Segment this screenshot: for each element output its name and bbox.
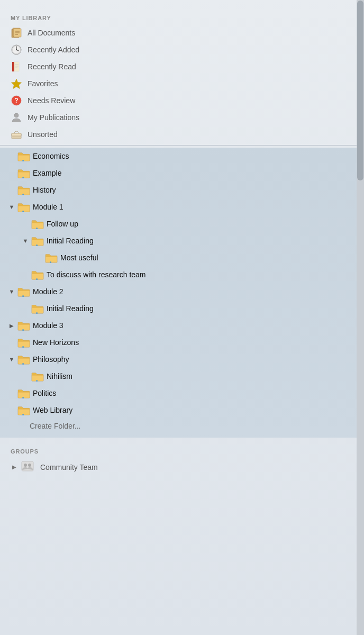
philosophy-label: Philosophy — [33, 355, 69, 364]
web-library-label: Web Library — [33, 406, 72, 414]
economics-label: Economics — [33, 152, 69, 160]
folder-item-module3[interactable]: ▶ Module 3 — [0, 317, 357, 334]
module1-label: Module 1 — [33, 203, 63, 211]
folder-section: ▶ Economics ▶ — [0, 148, 357, 438]
to-discuss-label: To discuss with research team — [47, 270, 146, 279]
unsorted-label: Unsorted — [28, 130, 58, 139]
folder-toggle-initial-reading-1[interactable]: ▼ — [21, 237, 30, 245]
folder-icon-module1 — [17, 201, 31, 213]
sidebar: MY LIBRARY All Documents — [0, 0, 364, 635]
svg-rect-31 — [36, 278, 38, 280]
folder-item-philosophy[interactable]: ▼ Philosophy — [0, 351, 357, 368]
create-folder-label: Create Folder... — [30, 422, 81, 430]
folder-item-most-useful[interactable]: ▶ Most useful — [0, 249, 357, 266]
scrollbar[interactable] — [357, 0, 364, 635]
svg-rect-33 — [36, 312, 38, 314]
folder-icon-politics — [17, 387, 31, 399]
folder-item-economics[interactable]: ▶ Economics — [0, 148, 357, 165]
docs-icon — [11, 27, 22, 39]
svg-point-42 — [28, 464, 31, 467]
followup-label: Follow up — [47, 220, 78, 228]
clock-icon — [11, 44, 22, 56]
svg-rect-26 — [22, 194, 24, 195]
folder-icon-most-useful — [44, 252, 58, 264]
folder-icon-economics — [17, 150, 31, 162]
folder-item-initial-reading-2[interactable]: ▶ Initial Reading — [0, 300, 357, 317]
folder-item-new-horizons[interactable]: ▶ New Horizons — [0, 334, 357, 351]
all-documents-label: All Documents — [28, 29, 75, 37]
module3-label: Module 3 — [33, 321, 63, 330]
folder-item-history[interactable]: ▶ History — [0, 182, 357, 198]
svg-text:?: ? — [14, 97, 18, 104]
create-folder-button[interactable]: Create Folder... — [0, 419, 357, 433]
folder-item-nihilism[interactable]: ▶ Nihilism — [0, 368, 357, 385]
folder-item-module1[interactable]: ▼ Module 1 — [0, 198, 357, 215]
community-team-label: Community Team — [40, 463, 98, 471]
folder-toggle-module3[interactable]: ▶ — [7, 321, 16, 330]
library-divider — [0, 145, 357, 146]
sidebar-content: MY LIBRARY All Documents — [0, 0, 357, 476]
folder-item-followup[interactable]: ▶ Follow up — [0, 215, 357, 232]
folder-toggle-module1[interactable]: ▼ — [7, 203, 16, 211]
new-horizons-label: New Horizons — [33, 338, 79, 347]
folder-toggle-module2[interactable]: ▼ — [7, 287, 16, 296]
star-icon — [11, 78, 22, 89]
politics-label: Politics — [33, 389, 56, 397]
folder-toggle-philosophy[interactable]: ▼ — [7, 355, 16, 364]
inbox-icon — [11, 129, 22, 140]
svg-marker-18 — [12, 79, 22, 89]
my-publications-label: My Publications — [28, 113, 79, 122]
folder-icon-example — [17, 167, 31, 179]
svg-point-41 — [24, 464, 27, 467]
nihilism-label: Nihilism — [47, 372, 72, 380]
folder-icon-initial-reading-2 — [31, 303, 44, 314]
svg-rect-32 — [22, 295, 24, 297]
sidebar-item-all-documents[interactable]: All Documents — [0, 24, 357, 41]
group-icon-community-team — [21, 460, 34, 474]
needs-review-label: Needs Review — [28, 96, 75, 105]
groups-section: GROUPS ▶ Community Team — [0, 438, 357, 476]
group-toggle-community-team[interactable]: ▶ — [11, 464, 18, 471]
folder-icon-module2 — [17, 286, 31, 297]
svg-rect-28 — [36, 228, 38, 229]
folder-icon-history — [17, 184, 31, 196]
recently-read-icon — [11, 61, 22, 72]
svg-point-10 — [16, 49, 17, 50]
sidebar-item-favorites[interactable]: Favorites — [0, 75, 357, 92]
needs-review-icon: ? — [11, 95, 22, 106]
folder-item-initial-reading-1[interactable]: ▼ Initial Reading — [0, 232, 357, 249]
folder-item-web-library[interactable]: ▶ Web Library — [0, 402, 357, 419]
sidebar-item-unsorted[interactable]: Unsorted — [0, 126, 357, 143]
recently-added-label: Recently Added — [28, 46, 79, 54]
svg-rect-39 — [22, 414, 24, 415]
svg-rect-27 — [22, 211, 24, 212]
svg-rect-14 — [14, 62, 19, 71]
svg-point-21 — [14, 113, 19, 117]
groups-header: GROUPS — [0, 443, 357, 458]
svg-rect-23 — [12, 133, 21, 136]
sidebar-item-needs-review[interactable]: ? Needs Review — [0, 92, 357, 109]
svg-rect-29 — [36, 244, 38, 246]
svg-rect-13 — [12, 62, 14, 71]
sidebar-item-recently-read[interactable]: Recently Read — [0, 58, 357, 75]
person-icon — [11, 112, 22, 123]
initial-reading-2-label: Initial Reading — [47, 304, 94, 313]
folder-icon-initial-reading-1 — [31, 235, 44, 247]
group-item-community-team[interactable]: ▶ Community Team — [0, 458, 357, 476]
folder-item-module2[interactable]: ▼ Module 2 — [0, 283, 357, 300]
svg-rect-34 — [22, 329, 24, 331]
folder-item-politics[interactable]: ▶ Politics — [0, 385, 357, 402]
sidebar-item-recently-added[interactable]: Recently Added — [0, 41, 357, 58]
svg-rect-25 — [22, 177, 24, 178]
scrollbar-thumb[interactable] — [357, 1, 363, 180]
folder-icon-followup — [31, 218, 44, 230]
example-label: Example — [33, 169, 61, 177]
folder-icon-philosophy — [17, 353, 31, 365]
folder-icon-module3 — [17, 320, 31, 331]
history-label: History — [33, 186, 56, 194]
folder-item-to-discuss[interactable]: ▶ To discuss with research team — [0, 266, 357, 283]
sidebar-item-my-publications[interactable]: My Publications — [0, 109, 357, 126]
svg-rect-36 — [22, 363, 24, 365]
folder-item-example[interactable]: ▶ Example — [0, 165, 357, 182]
folder-icon-to-discuss — [31, 269, 44, 280]
